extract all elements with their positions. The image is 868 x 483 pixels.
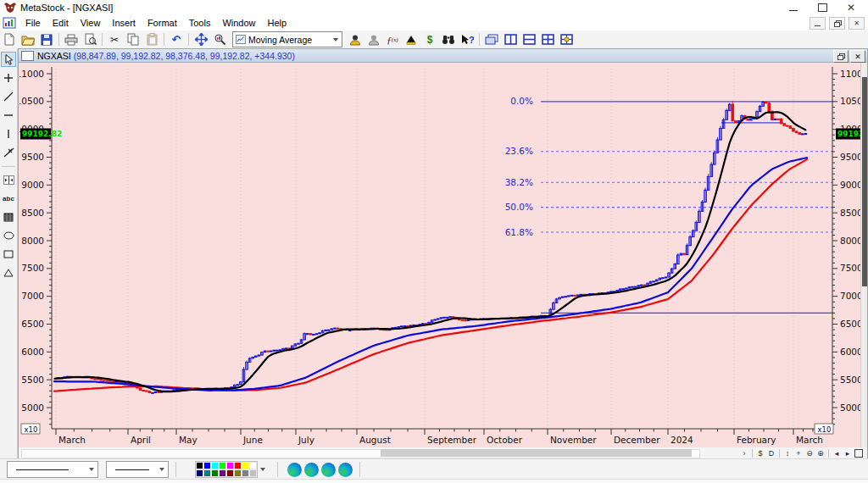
reset-zoom-button[interactable] <box>854 448 864 458</box>
menu-format[interactable]: Format <box>142 16 183 30</box>
fit-vertical-button[interactable]: ↕ <box>782 448 793 458</box>
zoom-out-button[interactable]: ⊖ <box>804 448 815 458</box>
paste-button[interactable] <box>142 31 161 47</box>
expand-button[interactable]: + <box>793 448 804 458</box>
options-scan-icon[interactable]: $ <box>420 31 439 47</box>
palette-color[interactable] <box>242 462 249 469</box>
browser-shortcut-icon-4[interactable] <box>338 463 353 477</box>
copy-button[interactable] <box>124 31 142 47</box>
menu-view[interactable]: View <box>75 16 107 30</box>
data-window-tool[interactable] <box>1 209 16 225</box>
tile-horizontal-icon[interactable] <box>520 31 538 47</box>
mdi-window-controls: ✕ <box>810 17 865 30</box>
expert-advisor-icon[interactable] <box>346 31 364 47</box>
indicator-builder-icon[interactable]: ƒ(x) <box>383 31 402 47</box>
menu-insert[interactable]: Insert <box>106 16 142 30</box>
periodicity-button[interactable]: D <box>766 448 776 458</box>
palette-dropdown-icon[interactable] <box>260 468 265 471</box>
menu-file[interactable]: File <box>19 16 47 30</box>
page-right-button[interactable]: ▸ <box>843 448 853 458</box>
mdi-minimize-button[interactable] <box>810 17 826 30</box>
palette-color[interactable] <box>211 462 219 469</box>
tile-grid-icon[interactable] <box>538 31 557 47</box>
chart-canvas[interactable]: 0.0%23.6%38.2%50.0%61.8%5000500055005500… <box>19 63 862 447</box>
palette-color[interactable] <box>226 462 234 469</box>
palette-color[interactable] <box>226 469 234 477</box>
scroll-right-button[interactable]: › <box>739 448 749 458</box>
palette-color[interactable] <box>196 462 203 469</box>
maximize-button[interactable] <box>814 2 831 14</box>
scroll-move-icon[interactable] <box>192 31 210 47</box>
y-axis-label-left: 7500 <box>21 263 44 273</box>
explorer-binoculars-icon[interactable] <box>439 31 458 47</box>
delete-trendline-tool[interactable] <box>1 145 16 160</box>
palette-color[interactable] <box>203 469 211 477</box>
chart-title-bar[interactable]: NGXASI (98,847.89, 99,192.82, 98,376.48,… <box>19 49 867 63</box>
zoom-tool-icon[interactable] <box>210 31 229 47</box>
vertical-scrollbar[interactable] <box>860 63 867 447</box>
menu-window[interactable]: Window <box>216 16 261 30</box>
workspace-options-icon[interactable] <box>557 31 576 47</box>
mdi-close-button[interactable]: ✕ <box>849 17 865 30</box>
chevron-down-icon <box>89 468 94 471</box>
chart-document-icon <box>3 17 16 29</box>
trendline-tool[interactable] <box>1 89 16 104</box>
undo-button[interactable]: ↶ <box>167 31 186 47</box>
browser-shortcut-icon-2[interactable] <box>304 463 319 477</box>
print-button[interactable] <box>62 31 81 47</box>
pointer-tool[interactable] <box>1 52 16 67</box>
cut-button[interactable]: ✂ <box>105 31 124 47</box>
rectangle-tool[interactable] <box>1 247 16 262</box>
downloader-user-icon[interactable] <box>364 31 383 47</box>
palette-color[interactable] <box>234 469 242 477</box>
y-axis-label-left: 9000 <box>21 180 44 190</box>
save-button[interactable] <box>37 31 56 47</box>
print-preview-button[interactable] <box>81 31 99 47</box>
horizontal-scrollbar-thumb[interactable] <box>381 449 692 457</box>
vertical-line-tool[interactable] <box>1 126 16 142</box>
x-axis-month-label: December <box>614 435 660 445</box>
menu-tools[interactable]: Tools <box>183 16 217 30</box>
palette-color[interactable] <box>249 469 257 477</box>
palette-color[interactable] <box>249 462 257 469</box>
palette-color[interactable] <box>219 462 226 469</box>
palette-color[interactable] <box>242 469 249 477</box>
color-palette[interactable] <box>195 461 258 478</box>
indicator-quicklist[interactable]: Moving Average <box>232 31 342 47</box>
crosshair-tool[interactable] <box>1 70 16 86</box>
tile-vertical-icon[interactable] <box>501 31 520 47</box>
menu-help[interactable]: Help <box>262 16 293 30</box>
vertical-scrollbar-thumb[interactable] <box>862 77 867 286</box>
triangle-tool[interactable] <box>1 265 16 280</box>
y-axis-label-right: 5500 <box>840 375 862 385</box>
splitter-tool[interactable] <box>1 172 16 187</box>
palette-color[interactable] <box>234 462 242 469</box>
mdi-restore-button[interactable] <box>829 17 845 30</box>
horizontal-scrollbar[interactable]: › $ D ↕ + ⊖ ⊕ ◂ ▸ <box>19 447 867 458</box>
price-scale-button[interactable]: $ <box>755 448 765 458</box>
chart-close-button[interactable]: ✕ <box>850 50 865 63</box>
browser-shortcut-icon-3[interactable] <box>321 463 336 477</box>
zoom-in-button[interactable]: ⊕ <box>815 448 826 458</box>
ellipse-tool[interactable] <box>1 228 16 243</box>
minimize-button[interactable] <box>785 2 802 14</box>
new-chart-window-icon[interactable] <box>482 31 501 47</box>
chart-window-icon <box>21 51 34 61</box>
palette-color[interactable] <box>211 469 219 477</box>
page-left-button[interactable]: ◂ <box>832 448 842 458</box>
open-button[interactable] <box>19 31 37 47</box>
new-button[interactable] <box>0 31 19 47</box>
chart-restore-button[interactable] <box>833 50 849 63</box>
horizontal-line-tool[interactable] <box>1 108 16 123</box>
menu-edit[interactable]: Edit <box>47 16 75 30</box>
palette-color[interactable] <box>203 462 211 469</box>
palette-color[interactable] <box>219 469 226 477</box>
close-button[interactable]: ✕ <box>843 2 860 14</box>
browser-shortcut-icon-1[interactable] <box>287 463 302 477</box>
line-weight-dropdown[interactable] <box>106 461 169 478</box>
palette-color[interactable] <box>196 469 203 477</box>
line-style-dropdown[interactable] <box>7 461 98 478</box>
context-help-icon[interactable]: ? <box>458 31 476 47</box>
text-tool[interactable]: abc <box>1 191 16 206</box>
system-tester-icon[interactable] <box>402 31 420 47</box>
